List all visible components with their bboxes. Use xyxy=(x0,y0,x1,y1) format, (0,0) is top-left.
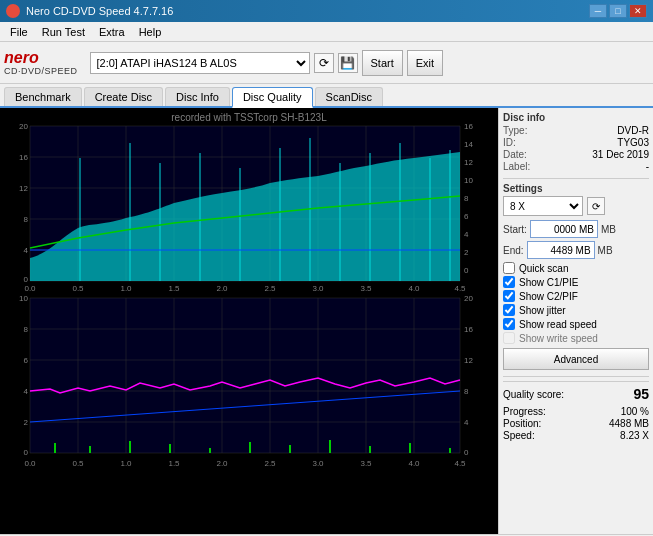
disc-id-row: ID: TYG03 xyxy=(503,137,649,148)
show-read-speed-label: Show read speed xyxy=(519,319,597,330)
disc-label-val: - xyxy=(646,161,649,172)
svg-text:1.0: 1.0 xyxy=(120,284,132,293)
speed-row: Speed: 8.23 X xyxy=(503,430,649,441)
svg-text:0: 0 xyxy=(24,448,29,457)
toolbar: nero CD·DVD/SPEED [2:0] ATAPI iHAS124 B … xyxy=(0,42,653,84)
svg-text:2.0: 2.0 xyxy=(216,459,228,468)
svg-text:2: 2 xyxy=(464,248,469,257)
main-content: recorded with TSSTcorp SH-B123L xyxy=(0,108,653,534)
nero-logo: nero CD·DVD/SPEED xyxy=(4,50,78,76)
disc-info-section: Disc info Type: DVD-R ID: TYG03 Date: 31… xyxy=(503,112,649,172)
svg-text:4.0: 4.0 xyxy=(408,284,420,293)
menu-help[interactable]: Help xyxy=(133,24,168,40)
right-panel: Disc info Type: DVD-R ID: TYG03 Date: 31… xyxy=(498,108,653,534)
svg-text:12: 12 xyxy=(19,184,28,193)
disc-id-val: TYG03 xyxy=(617,137,649,148)
quick-scan-checkbox[interactable] xyxy=(503,262,515,274)
show-jitter-row: Show jitter xyxy=(503,304,649,316)
end-row: End: MB xyxy=(503,241,649,259)
menu-run-test[interactable]: Run Test xyxy=(36,24,91,40)
quality-score-label: Quality score: xyxy=(503,389,564,400)
disc-type-val: DVD-R xyxy=(617,125,649,136)
settings-refresh-icon[interactable]: ⟳ xyxy=(587,197,605,215)
svg-rect-56 xyxy=(30,298,460,453)
quality-score-section: Quality score: 95 xyxy=(503,381,649,402)
disc-label-key: Label: xyxy=(503,161,530,172)
window-controls: ─ □ ✕ xyxy=(589,4,647,18)
svg-text:3.0: 3.0 xyxy=(312,284,324,293)
svg-text:20: 20 xyxy=(464,294,473,303)
svg-text:2.0: 2.0 xyxy=(216,284,228,293)
nero-brand: nero xyxy=(4,50,39,66)
end-input[interactable] xyxy=(527,241,595,259)
settings-label: Settings xyxy=(503,183,649,194)
svg-text:2.5: 2.5 xyxy=(264,284,276,293)
show-write-speed-checkbox xyxy=(503,332,515,344)
show-read-speed-checkbox[interactable] xyxy=(503,318,515,330)
menu-extra[interactable]: Extra xyxy=(93,24,131,40)
chart-title: recorded with TSSTcorp SH-B123L xyxy=(171,112,326,123)
tabs-bar: Benchmark Create Disc Disc Info Disc Qua… xyxy=(0,84,653,108)
disc-info-label: Disc info xyxy=(503,112,649,123)
svg-text:1.0: 1.0 xyxy=(120,459,132,468)
svg-text:4: 4 xyxy=(464,230,469,239)
tab-benchmark[interactable]: Benchmark xyxy=(4,87,82,106)
svg-text:3.0: 3.0 xyxy=(312,459,324,468)
chart-area: recorded with TSSTcorp SH-B123L xyxy=(0,108,498,534)
tab-disc-info[interactable]: Disc Info xyxy=(165,87,230,106)
disc-date-val: 31 Dec 2019 xyxy=(592,149,649,160)
advanced-button[interactable]: Advanced xyxy=(503,348,649,370)
svg-text:0: 0 xyxy=(24,275,29,284)
svg-text:0: 0 xyxy=(464,448,469,457)
refresh-icon[interactable]: ⟳ xyxy=(314,53,334,73)
close-button[interactable]: ✕ xyxy=(629,4,647,18)
show-c2-checkbox[interactable] xyxy=(503,290,515,302)
end-label: End: xyxy=(503,245,524,256)
svg-text:4: 4 xyxy=(464,418,469,427)
save-icon[interactable]: 💾 xyxy=(338,53,358,73)
tab-scan-disc[interactable]: ScanDisc xyxy=(315,87,383,106)
show-c1-checkbox[interactable] xyxy=(503,276,515,288)
show-jitter-checkbox[interactable] xyxy=(503,304,515,316)
quick-scan-row: Quick scan xyxy=(503,262,649,274)
quick-scan-label: Quick scan xyxy=(519,263,568,274)
show-c2-row: Show C2/PIF xyxy=(503,290,649,302)
position-val: 4488 MB xyxy=(609,418,649,429)
show-write-speed-row: Show write speed xyxy=(503,332,649,344)
svg-text:12: 12 xyxy=(464,158,473,167)
svg-text:4: 4 xyxy=(24,387,29,396)
progress-val: 100 % xyxy=(621,406,649,417)
svg-text:8: 8 xyxy=(24,325,29,334)
tab-create-disc[interactable]: Create Disc xyxy=(84,87,163,106)
quality-score-value: 95 xyxy=(633,386,649,402)
speed-select[interactable]: 8 X xyxy=(503,196,583,216)
settings-section: Settings 8 X ⟳ Start: MB End: MB Quick s… xyxy=(503,183,649,370)
svg-text:12: 12 xyxy=(464,356,473,365)
svg-text:20: 20 xyxy=(19,122,28,131)
disc-type-row: Type: DVD-R xyxy=(503,125,649,136)
exit-button[interactable]: Exit xyxy=(407,50,443,76)
position-label: Position: xyxy=(503,418,541,429)
svg-text:8: 8 xyxy=(464,194,469,203)
minimize-button[interactable]: ─ xyxy=(589,4,607,18)
drive-select[interactable]: [2:0] ATAPI iHAS124 B AL0S xyxy=(90,52,310,74)
start-button[interactable]: Start xyxy=(362,50,403,76)
show-jitter-label: Show jitter xyxy=(519,305,566,316)
disc-date-row: Date: 31 Dec 2019 xyxy=(503,149,649,160)
svg-text:16: 16 xyxy=(464,325,473,334)
svg-text:8: 8 xyxy=(464,387,469,396)
progress-section: Progress: 100 % Position: 4488 MB Speed:… xyxy=(503,406,649,441)
start-input[interactable] xyxy=(530,220,598,238)
show-c1-row: Show C1/PIE xyxy=(503,276,649,288)
svg-text:0.5: 0.5 xyxy=(72,459,84,468)
svg-text:16: 16 xyxy=(464,122,473,131)
show-c2-label: Show C2/PIF xyxy=(519,291,578,302)
svg-text:0: 0 xyxy=(464,266,469,275)
svg-text:8: 8 xyxy=(24,215,29,224)
maximize-button[interactable]: □ xyxy=(609,4,627,18)
tab-disc-quality[interactable]: Disc Quality xyxy=(232,87,313,108)
svg-text:4.5: 4.5 xyxy=(454,459,466,468)
disc-type-key: Type: xyxy=(503,125,527,136)
svg-text:16: 16 xyxy=(19,153,28,162)
menu-file[interactable]: File xyxy=(4,24,34,40)
